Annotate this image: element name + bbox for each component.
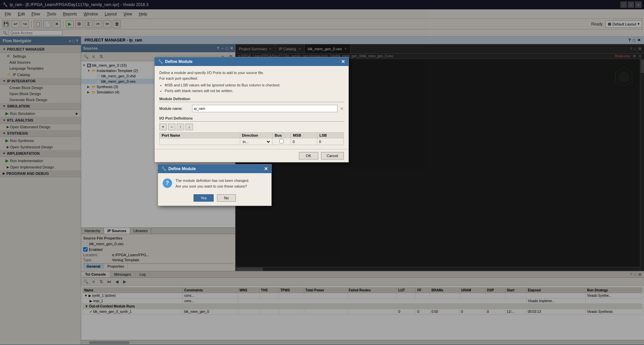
td-port-name-1[interactable] [160, 138, 240, 145]
td-lsb-1[interactable] [317, 138, 344, 145]
io-add-btn[interactable]: + [159, 124, 167, 130]
io-down-btn[interactable]: ↓ [185, 124, 193, 130]
lsb-input-1[interactable] [319, 139, 332, 144]
confirm-title-left: 🔧 Define Module [161, 166, 196, 171]
td-bus-1[interactable] [273, 138, 291, 145]
dialog-description: Define a module and specify I/O Ports to… [159, 70, 344, 93]
th-bus: Bus [273, 133, 291, 138]
confirm-title-bar: 🔧 Define Module ✕ [158, 164, 271, 173]
modal-overlay [0, 0, 644, 345]
io-section-label: I/O Port Definitions [159, 116, 344, 122]
confirm-message: The module definition has not been chang… [175, 178, 249, 189]
io-row-1[interactable]: in... input output inout [160, 138, 344, 145]
dialog-bullets: MSB and LSB values will be ignored unles… [165, 82, 344, 93]
no-button[interactable]: No [217, 194, 236, 202]
dialog-desc-line1: Define a module and specify I/O Ports to… [159, 70, 344, 76]
module-clear-button[interactable]: ✕ [340, 106, 344, 111]
bus-checkbox-1[interactable] [279, 139, 284, 143]
module-def-label: Module Definition [159, 97, 344, 102]
define-module-title-bar: 🔧 Define Module ✕ [155, 57, 348, 66]
port-name-input-1[interactable] [161, 139, 238, 144]
th-direction: Direction [240, 133, 273, 138]
cancel-button[interactable]: Cancel [321, 152, 344, 159]
io-header-row: Port Name Direction Bus MSB LSB [160, 133, 344, 138]
bullet-1: MSB and LSB values will be ignored unles… [165, 82, 344, 88]
td-direction-1[interactable]: in... input output inout [240, 138, 273, 145]
confirm-body: ? The module definition has not been cha… [158, 173, 271, 192]
confirm-msg-line2: Are you sure you want to use these value… [175, 184, 249, 189]
io-remove-btn[interactable]: − [168, 124, 175, 130]
direction-select-1[interactable]: in... input output inout [241, 139, 271, 144]
th-port-name: Port Name [160, 133, 240, 138]
dialog-title-text: Define Module [165, 59, 193, 64]
confirm-title-text: Define Module [168, 166, 196, 171]
confirm-msg-line1: The module definition has not been chang… [175, 178, 249, 184]
confirm-question-icon: ? [163, 179, 172, 188]
io-table-body: in... input output inout [160, 138, 344, 145]
confirm-close-button[interactable]: ✕ [264, 166, 268, 171]
module-name-row: Module name: ✕ [159, 105, 344, 112]
io-toolbar: + − ↑ ↓ [159, 124, 344, 130]
dialog-close-button[interactable]: ✕ [341, 59, 345, 64]
yes-button[interactable]: Yes [194, 194, 214, 202]
define-module-dialog: 🔧 Define Module ✕ Define a module and sp… [154, 57, 349, 162]
th-msb: MSB [291, 133, 317, 138]
ok-button[interactable]: OK [299, 152, 318, 159]
confirm-dialog: 🔧 Define Module ✕ ? The module definitio… [158, 164, 272, 206]
bullet-2: Ports with blank names will not be writt… [165, 88, 344, 94]
th-lsb: LSB [317, 133, 344, 138]
dialog-vivado-icon: 🔧 [158, 59, 163, 64]
td-msb-1[interactable] [291, 138, 317, 145]
msb-input-1[interactable] [292, 139, 306, 144]
module-name-input[interactable] [192, 105, 337, 112]
module-name-label: Module name: [159, 107, 190, 111]
dialog-desc-line2: For each port specified: [159, 76, 344, 81]
dialog-title-left: 🔧 Define Module [158, 59, 193, 64]
confirm-vivado-icon: 🔧 [161, 166, 166, 171]
dialog-footer: OK Cancel [155, 149, 348, 162]
question-mark: ? [166, 180, 169, 186]
confirm-footer: Yes No [158, 192, 271, 206]
dialog-body: Define a module and specify I/O Ports to… [155, 66, 348, 149]
io-ports-table: Port Name Direction Bus MSB LSB in... in… [159, 132, 344, 145]
io-up-btn[interactable]: ↑ [177, 124, 184, 130]
